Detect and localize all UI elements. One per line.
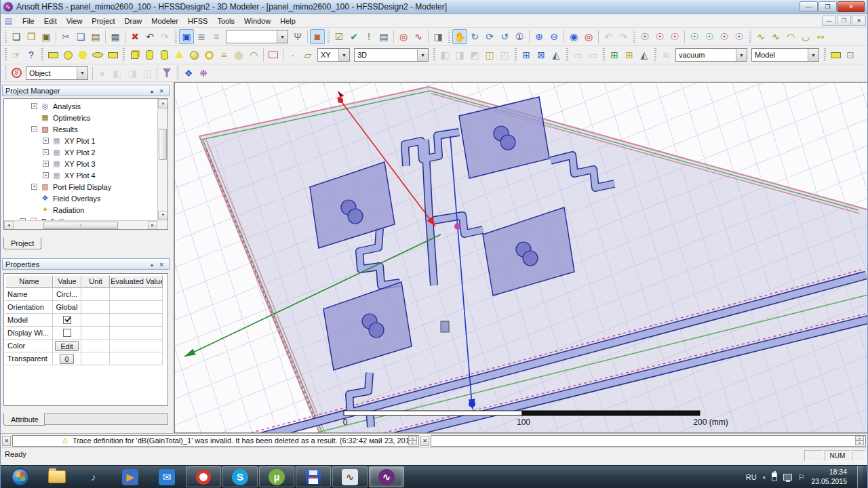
toolbar-handle[interactable] — [4, 66, 7, 80]
tree-item-xy-plot-4[interactable]: +▦XY Plot 4 — [4, 169, 157, 181]
panel-collapse-button[interactable]: ▴ — [147, 260, 157, 268]
toolbar-handle[interactable] — [41, 48, 43, 62]
duplicate-mirror-button[interactable]: ◭ — [549, 47, 564, 62]
create-report-button[interactable]: ∿ — [411, 29, 426, 44]
expander-collapsed-icon[interactable]: + — [43, 172, 49, 178]
paste-button[interactable]: ▤ — [88, 29, 103, 44]
copy-image-button[interactable]: ◨ — [431, 29, 446, 44]
hide-selection-button[interactable]: ☉ — [652, 29, 667, 44]
tree-item-optimetrics[interactable]: ▦Optimetrics — [4, 112, 157, 123]
rotate-axis-button[interactable]: ↺ — [497, 29, 512, 44]
toolbar-handle[interactable] — [654, 48, 656, 62]
tree-item-definitions[interactable]: +❒Definitions — [4, 216, 157, 220]
selection-filter-button[interactable] — [159, 66, 174, 81]
volume-mixer-button[interactable]: ♪ — [76, 466, 111, 487]
model-canvas[interactable]: 0 100 200 (mm) — [175, 83, 867, 433]
dropdown-icon[interactable]: ▼ — [277, 30, 288, 43]
validate-button[interactable]: ☑ — [332, 29, 347, 44]
show-all-doc-button[interactable]: ☉ — [702, 29, 717, 44]
modeler-viewport[interactable]: 0 100 200 (mm) — [174, 82, 867, 433]
toolbar-handle[interactable] — [122, 48, 125, 62]
whats-this-button[interactable]: ? — [24, 47, 39, 62]
zoom-out-button[interactable]: ⊖ — [547, 29, 561, 44]
tree-item-xy-plot-3[interactable]: +▦XY Plot 3 — [4, 158, 157, 169]
menu-tools[interactable]: Tools — [212, 16, 239, 26]
expander-collapsed-icon[interactable]: + — [43, 138, 49, 144]
transparent-button[interactable]: 0 — [60, 354, 75, 364]
hfss-plots-button[interactable]: ∿ — [332, 466, 368, 487]
unchecked-checkbox[interactable] — [63, 329, 71, 337]
zoom-in-button[interactable]: ⊕ — [532, 29, 547, 44]
duplicate-along-line-button[interactable]: ⊞ — [519, 47, 534, 62]
move-edges-button[interactable]: ⊞ — [622, 47, 637, 62]
toolbar-handle[interactable] — [176, 66, 179, 80]
solve-setup-select[interactable]: ▼ — [226, 30, 288, 43]
panel-close-button[interactable]: ✕ — [157, 87, 166, 95]
rotate-model-button[interactable]: ↻ — [467, 29, 482, 44]
scroll-down-icon[interactable]: ▼ — [158, 211, 168, 220]
tree-item-port-field-display[interactable]: +▥Port Field Display — [4, 181, 157, 192]
expander-collapsed-icon[interactable]: + — [31, 184, 37, 190]
open-button[interactable]: ❐ — [24, 29, 39, 44]
fit-all-button[interactable]: ◉ — [566, 29, 581, 44]
new-button[interactable]: ❏ — [9, 29, 24, 44]
boundary-display-button[interactable]: ❖ — [181, 66, 196, 81]
undo-button[interactable]: ↶ — [142, 29, 157, 44]
mirror-button[interactable]: ◭ — [637, 47, 652, 62]
pan-button[interactable]: ✋ — [452, 29, 467, 44]
progress-close-icon[interactable]: ✕ — [420, 436, 429, 446]
scroll-thumb[interactable]: ≡ — [43, 222, 118, 229]
dropdown-icon[interactable]: ▼ — [417, 49, 428, 61]
toolbar-handle[interactable] — [602, 48, 605, 62]
toolbar-handle[interactable] — [823, 48, 826, 62]
new-material-button[interactable] — [828, 47, 843, 62]
tree-item-field-overlays[interactable]: ❖Field Overlays — [4, 192, 157, 204]
action-center-flag-icon[interactable]: ⚐ — [798, 472, 806, 482]
mdi-restore-button[interactable]: ❐ — [837, 16, 851, 26]
tree-item-xy-plot-1[interactable]: +▦XY Plot 1 — [4, 135, 157, 146]
visibility-dialog-button[interactable]: ☉ — [732, 29, 747, 44]
mdi-minimize-button[interactable]: — — [822, 16, 836, 26]
expander-collapsed-icon[interactable]: + — [43, 149, 49, 155]
toolbar-handle[interactable] — [566, 48, 568, 62]
spin-down-icon[interactable]: ▼ — [408, 441, 417, 445]
visibility-view-button[interactable]: ☉ — [717, 29, 732, 44]
toolbar-handle[interactable] — [633, 30, 635, 43]
draw-plane-button[interactable]: ▱ — [300, 47, 315, 62]
material-select[interactable]: vacuum▼ — [675, 48, 747, 62]
zoom-search-button[interactable]: ◎ — [396, 29, 411, 44]
hide-entity-button[interactable]: ☉ — [637, 29, 652, 44]
print-button[interactable]: ▦ — [108, 29, 123, 44]
selection-mode-select[interactable]: Object▼ — [26, 66, 88, 80]
clock[interactable]: 18:34 23.05.2015 — [811, 468, 847, 485]
property-value-color[interactable]: Edit — [53, 340, 81, 352]
toolbar-handle[interactable] — [4, 48, 7, 62]
snap-mode-button[interactable]: S — [9, 66, 24, 81]
measure-position-button[interactable]: ∿ — [753, 29, 768, 44]
move-faces-button[interactable]: ⊞ — [607, 47, 622, 62]
menu-help[interactable]: Help — [275, 16, 300, 26]
property-value-transparent[interactable]: 0 — [53, 352, 81, 365]
scroll-right-icon[interactable]: ► — [148, 221, 157, 230]
spin-up-icon[interactable]: ▲ — [408, 436, 417, 441]
mesh-display-button[interactable]: ❈ — [196, 66, 211, 81]
show-selection-button[interactable]: ☉ — [667, 29, 682, 44]
draw-spiral-button[interactable]: ◎ — [231, 47, 246, 62]
draw-torus-button[interactable] — [201, 47, 216, 62]
battery-icon[interactable] — [772, 472, 777, 481]
fit-selection-button[interactable]: ◎ — [581, 29, 596, 44]
dropdown-icon[interactable]: ▼ — [338, 49, 349, 61]
open-region-button[interactable]: ⊡ — [843, 47, 858, 62]
toolbar-handle[interactable] — [327, 30, 330, 43]
dynamic-zoom-button[interactable]: ① — [512, 29, 527, 44]
menu-edit[interactable]: Edit — [39, 16, 62, 26]
properties-header[interactable]: Properties ▴✕ — [2, 258, 170, 270]
menu-project[interactable]: Project — [87, 16, 119, 26]
draw-circle-button[interactable] — [60, 47, 75, 62]
coordinate-system-select[interactable]: XY▼ — [317, 48, 350, 62]
expander-collapsed-icon[interactable]: + — [31, 103, 37, 109]
menu-window[interactable]: Window — [239, 16, 275, 26]
show-desktop-button[interactable] — [857, 466, 863, 488]
menu-view[interactable]: View — [62, 16, 87, 26]
mail-button[interactable]: ✉ — [149, 466, 184, 487]
